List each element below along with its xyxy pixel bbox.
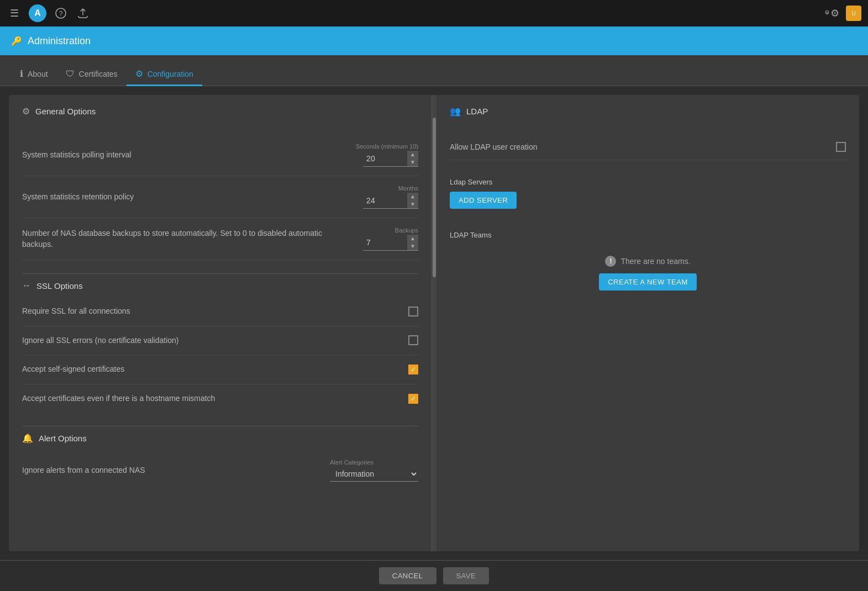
configuration-tab-label: Configuration — [148, 70, 193, 78]
ldap-user-creation-checkbox[interactable] — [836, 142, 846, 152]
alert-options-title: Alert Options — [39, 434, 87, 443]
ignore-alerts-label: Ignore alerts from a connected NAS — [22, 465, 330, 476]
retention-policy-label: System statistics retention policy — [22, 192, 341, 203]
general-options-icon: ⚙ — [22, 106, 30, 117]
polling-interval-input-group: Seconds (minimum 10) ▲ ▼ — [341, 143, 418, 167]
create-new-team-button[interactable]: CREATE A NEW TEAM — [599, 273, 697, 291]
general-options-title: General Options — [35, 107, 96, 116]
main-content: ⚙ General Options System statistics poll… — [0, 86, 868, 560]
right-section: 👥 LDAP Allow LDAP user creation Ldap Ser… — [436, 95, 859, 551]
certificates-tab-label: Certificates — [79, 70, 118, 78]
ssl-ignore-errors-row: Ignore all SSL errors (no certificate va… — [22, 326, 418, 356]
alert-categories-label: Alert Categories — [330, 459, 418, 466]
topbar-left: ☰ A ? — [7, 4, 817, 22]
topbar: ☰ A ? ⚙ U — [0, 0, 868, 27]
cancel-button[interactable]: CANCEL — [379, 567, 436, 584]
config-panel: ⚙ General Options System statistics poll… — [9, 95, 859, 551]
alert-categories-select-wrap: Alert Categories Information Warning Err… — [330, 459, 418, 482]
ignore-alerts-row: Ignore alerts from a connected NAS Alert… — [22, 450, 418, 490]
backups-unit: Backups — [395, 227, 418, 234]
key-icon: 🔑 — [11, 36, 22, 46]
tab-certificates[interactable]: 🛡 Certificates — [57, 64, 127, 86]
ssl-ignore-errors-label: Ignore all SSL errors (no certificate va… — [22, 335, 408, 346]
general-options-header: ⚙ General Options — [22, 106, 418, 123]
certificates-tab-icon: 🛡 — [66, 69, 75, 79]
ssl-ignore-errors-checkbox[interactable] — [408, 335, 418, 345]
ssl-require-label: Require SSL for all connections — [22, 306, 408, 317]
ssl-options-subsection: ↔ SSL Options Require SSL for all connec… — [22, 273, 418, 413]
scrollbar-thumb[interactable] — [433, 118, 436, 277]
retention-policy-field[interactable] — [363, 193, 407, 208]
settings-icon[interactable]: ⚙ — [824, 6, 839, 21]
ldap-servers-label: Ldap Servers — [450, 178, 846, 186]
app-logo[interactable]: A — [29, 4, 46, 22]
ssl-self-signed-row: Accept self-signed certificates ✓ — [22, 355, 418, 384]
backups-spinner-buttons: ▲ ▼ — [407, 235, 418, 250]
backups-field[interactable] — [363, 235, 407, 250]
polling-interval-label: System statistics polling interval — [22, 150, 341, 161]
ssl-options-title: SSL Options — [36, 281, 83, 291]
backups-spinner: ▲ ▼ — [363, 235, 418, 251]
upload-icon[interactable] — [75, 6, 91, 21]
add-server-button[interactable]: ADD SERVER — [450, 192, 517, 209]
topbar-right: ⚙ U — [824, 6, 861, 21]
no-teams-text: There are no teams. — [620, 257, 690, 266]
tabs-area: ℹ About 🛡 Certificates ⚙ Configuration — [0, 55, 868, 86]
retention-policy-spinner: ▲ ▼ — [363, 193, 418, 209]
polling-interval-down[interactable]: ▼ — [407, 159, 418, 166]
no-teams-info-icon: ! — [605, 256, 616, 267]
menu-icon[interactable]: ☰ — [7, 6, 22, 21]
ldap-teams-label: LDAP Teams — [450, 231, 846, 239]
ssl-require-checkbox[interactable] — [408, 307, 418, 316]
ssl-hostname-mismatch-row: Accept certificates even if there is a h… — [22, 384, 418, 413]
svg-text:?: ? — [59, 10, 63, 18]
ldap-header: 👥 LDAP — [450, 106, 846, 123]
ssl-require-row: Require SSL for all connections — [22, 297, 418, 326]
retention-policy-input-group: Months ▲ ▼ — [341, 185, 418, 209]
polling-interval-field[interactable] — [363, 151, 407, 166]
tab-configuration[interactable]: ⚙ Configuration — [127, 63, 202, 86]
retention-policy-unit: Months — [398, 185, 418, 192]
retention-policy-down[interactable]: ▼ — [407, 200, 418, 208]
polling-interval-up[interactable]: ▲ — [407, 151, 418, 159]
configuration-tab-icon: ⚙ — [135, 68, 143, 79]
ldap-servers-section: Ldap Servers ADD SERVER — [450, 160, 846, 218]
tab-about[interactable]: ℹ About — [11, 63, 57, 86]
about-tab-label: About — [28, 70, 48, 78]
retention-policy-spinner-buttons: ▲ ▼ — [407, 193, 418, 208]
polling-interval-row: System statistics polling interval Secon… — [22, 134, 418, 176]
polling-interval-spinner: ▲ ▼ — [363, 151, 418, 167]
alert-options-header: 🔔 Alert Options — [22, 426, 418, 450]
ssl-options-header: ↔ SSL Options — [22, 273, 418, 297]
ssl-hostname-mismatch-checkbox[interactable]: ✓ — [408, 394, 418, 404]
ssl-hostname-mismatch-label: Accept certificates even if there is a h… — [22, 393, 408, 404]
about-tab-icon: ℹ — [20, 68, 23, 79]
backups-up[interactable]: ▲ — [407, 235, 418, 242]
ssl-self-signed-label: Accept self-signed certificates — [22, 364, 408, 375]
retention-policy-up[interactable]: ▲ — [407, 193, 418, 200]
left-section: ⚙ General Options System statistics poll… — [9, 95, 432, 551]
ldap-icon: 👥 — [450, 106, 461, 117]
alert-options-icon: 🔔 — [22, 433, 33, 444]
alert-options-subsection: 🔔 Alert Options Ignore alerts from a con… — [22, 426, 418, 490]
backups-down[interactable]: ▼ — [407, 242, 418, 250]
retention-policy-row: System statistics retention policy Month… — [22, 176, 418, 218]
ldap-user-creation-row: Allow LDAP user creation — [450, 134, 846, 160]
help-icon[interactable]: ? — [53, 6, 69, 21]
ldap-user-creation-label: Allow LDAP user creation — [450, 143, 537, 151]
scrollbar-track[interactable] — [432, 95, 436, 551]
polling-interval-spinner-buttons: ▲ ▼ — [407, 151, 418, 166]
ldap-teams-section: LDAP Teams ! There are no teams. CREATE … — [450, 218, 846, 306]
save-button[interactable]: SAVE — [443, 567, 490, 584]
no-teams-container: ! There are no teams. CREATE A NEW TEAM — [450, 245, 846, 302]
ssl-options-icon: ↔ — [22, 281, 31, 291]
ssl-self-signed-checkbox[interactable]: ✓ — [408, 365, 418, 374]
backups-label: Number of NAS database backups to store … — [22, 228, 341, 250]
backups-row: Number of NAS database backups to store … — [22, 218, 418, 260]
user-avatar[interactable]: U — [846, 6, 861, 21]
polling-interval-unit: Seconds (minimum 10) — [356, 143, 418, 150]
alert-categories-select[interactable]: Information Warning Error Critical — [330, 467, 418, 482]
action-bar: CANCEL SAVE — [0, 560, 868, 591]
admin-header: 🔑 Administration — [0, 27, 868, 55]
ldap-title: LDAP — [466, 107, 488, 116]
